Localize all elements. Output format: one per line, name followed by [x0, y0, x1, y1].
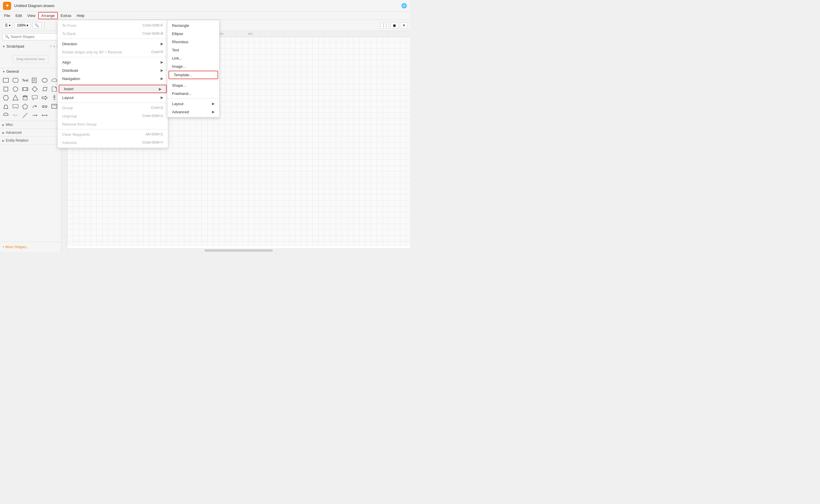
insert-rhombus[interactable]: Rhombus: [167, 38, 219, 46]
scratchpad-header[interactable]: ▼ Scratchpad ? + ×: [0, 43, 61, 50]
shape-parallelogram[interactable]: [41, 85, 49, 93]
menu-to-front[interactable]: To Front Cmd+Shift+F: [58, 21, 168, 29]
svg-rect-30: [52, 104, 57, 108]
svg-point-21: [54, 95, 55, 96]
misc-section[interactable]: ▶ Misc: [0, 121, 61, 129]
general-header[interactable]: ▼ General: [0, 68, 61, 75]
insert-image-label: Image...: [172, 64, 186, 69]
insert-layout[interactable]: Layout ▶: [167, 100, 219, 108]
shape-trapezoid[interactable]: [2, 102, 10, 111]
drag-hint: Drag elements here: [13, 55, 48, 63]
menu-group[interactable]: Group Cmd+G: [58, 104, 168, 112]
direction-label: Direction: [62, 42, 77, 46]
svg-point-8: [13, 87, 18, 91]
scratchpad-help[interactable]: ?: [50, 45, 52, 48]
shape-process[interactable]: [21, 85, 29, 93]
menu-distribute[interactable]: Distribute ▶: [58, 66, 168, 74]
menu-autosize[interactable]: Autosize Cmd+Shift+Y: [58, 138, 168, 147]
align-label: Align: [62, 60, 71, 65]
insert-freehand[interactable]: Freehand...: [167, 89, 219, 98]
advanced-section[interactable]: ▶ Advanced: [0, 129, 61, 137]
shape-arrow[interactable]: [41, 94, 49, 102]
scrollbar-thumb[interactable]: [204, 249, 273, 252]
entity-relation-section[interactable]: ▶ Entity Relation: [0, 137, 61, 145]
zoom-control[interactable]: 100% ▾: [15, 22, 31, 29]
menu-file[interactable]: File: [2, 13, 13, 19]
menu-align[interactable]: Align ▶: [58, 58, 168, 66]
title-bar: ✦ Untitled Diagram.drawio 🌐: [0, 0, 410, 12]
svg-marker-13: [43, 87, 47, 91]
menu-arrange[interactable]: Arrange: [38, 12, 58, 19]
scratchpad-add-icon[interactable]: +: [53, 44, 55, 49]
insert-shape[interactable]: Shape...: [167, 81, 219, 89]
to-back-shortcut: Cmd+Shift+B: [143, 32, 163, 36]
shape-callout[interactable]: [31, 94, 39, 102]
menu-insert[interactable]: Insert ▶: [59, 85, 167, 93]
shape-wave-rect[interactable]: [11, 102, 20, 111]
panel-toggle-button[interactable]: ▣: [390, 22, 398, 29]
shape-diamond[interactable]: [31, 85, 39, 93]
shape-pentagon[interactable]: [21, 102, 29, 111]
insert-rhombus-label: Rhombus: [172, 40, 188, 44]
menu-sep-5: [58, 129, 168, 129]
advanced-arrow: ▶: [2, 131, 5, 134]
svg-line-24: [53, 99, 54, 100]
insert-link[interactable]: Link...: [167, 54, 219, 62]
shape-triangle[interactable]: [11, 94, 20, 102]
shape-note[interactable]: [31, 76, 39, 84]
close-panel-button[interactable]: ✕: [400, 22, 408, 29]
clear-waypoints-shortcut: Alt+Shift+C: [145, 132, 163, 136]
shape-ellipse[interactable]: [41, 76, 49, 84]
insert-text[interactable]: Text: [167, 46, 219, 54]
menu-rotate[interactable]: Rotate shape only by 90° / Reverse Cmd+R: [58, 48, 168, 56]
shape-squiggle[interactable]: [11, 111, 20, 119]
shape-small-rect[interactable]: [2, 85, 10, 93]
menu-sep-4: [58, 102, 168, 103]
insert-ellipse[interactable]: Ellipse: [167, 29, 219, 38]
menu-direction[interactable]: Direction ▶: [58, 40, 168, 48]
insert-image[interactable]: Image...: [167, 62, 219, 70]
insert-shape-label: Shape...: [172, 83, 186, 88]
menu-navigation[interactable]: Navigation ▶: [58, 74, 168, 83]
globe-icon: 🌐: [401, 3, 407, 8]
shape-curved-arrow[interactable]: [31, 102, 39, 111]
menu-remove-from-group[interactable]: Remove from Group: [58, 120, 168, 128]
menu-help[interactable]: Help: [74, 13, 87, 19]
menu-extras[interactable]: Extras: [58, 13, 74, 19]
shape-arrow-line[interactable]: [31, 111, 39, 119]
shape-diagonal-line[interactable]: [21, 111, 29, 119]
zoom-dropdown-icon: ▾: [27, 23, 28, 27]
menu-clear-waypoints[interactable]: Clear Waypoints Alt+Shift+C: [58, 130, 168, 138]
shape-bidir-arrow[interactable]: [41, 111, 49, 119]
insert-rectangle[interactable]: Rectangle: [167, 21, 219, 29]
shape-rectangle[interactable]: [2, 76, 10, 84]
menu-edit[interactable]: Edit: [13, 13, 24, 19]
misc-arrow: ▶: [2, 123, 5, 126]
menu-to-back[interactable]: To Back Cmd+Shift+B: [58, 29, 168, 38]
more-shapes-button[interactable]: + More Shapes...: [0, 242, 61, 252]
svg-marker-17: [13, 95, 18, 100]
search-input[interactable]: [11, 35, 56, 39]
shape-rounded-rect[interactable]: [11, 76, 20, 84]
menu-ungroup[interactable]: Ungroup Cmd+Shift+U: [58, 112, 168, 120]
shape-double-arrow[interactable]: [41, 102, 49, 111]
horizontal-scrollbar[interactable]: [67, 248, 410, 252]
fullscreen-button[interactable]: ⛶: [381, 22, 389, 29]
svg-rect-7: [4, 87, 8, 91]
search-box[interactable]: 🔍: [2, 33, 59, 40]
shape-circle[interactable]: [11, 85, 20, 93]
direction-submenu-arrow: ▶: [161, 42, 163, 46]
sidebar-toggle-button[interactable]: ☰ ▾: [2, 22, 13, 29]
shape-cylinder[interactable]: [21, 94, 29, 102]
insert-advanced[interactable]: Advanced ▶: [167, 108, 219, 116]
navigation-label: Navigation: [62, 77, 80, 81]
to-front-shortcut: Cmd+Shift+F: [143, 23, 163, 27]
menu-view[interactable]: View: [25, 13, 38, 19]
shape-hexagon[interactable]: [2, 94, 10, 102]
insert-template[interactable]: Template...: [168, 71, 218, 79]
shape-text[interactable]: Text: [21, 76, 29, 84]
shape-half-circle[interactable]: [2, 111, 10, 119]
search-button[interactable]: 🔍: [32, 22, 41, 29]
menu-layout[interactable]: Layout ▶: [58, 93, 168, 102]
scratchpad-area: Drag elements here: [0, 50, 61, 68]
